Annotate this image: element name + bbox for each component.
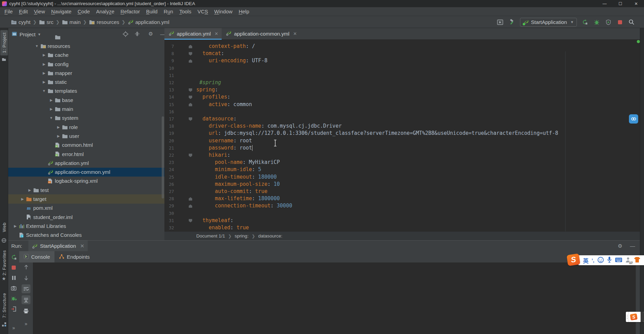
- fold-marker-icon[interactable]: [189, 154, 192, 157]
- code-editor[interactable]: 7 context-path: /8 tomcat:9 uri-encoding…: [164, 40, 640, 231]
- code-line-31[interactable]: 31 thymeleaf:: [164, 217, 640, 224]
- rerun-icon[interactable]: [582, 19, 589, 26]
- run-tab-endpoints[interactable]: Endpoints: [54, 251, 94, 262]
- tree-item-Scratches and Consoles[interactable]: Scratches and Consoles: [8, 231, 164, 240]
- sidebar-item-project[interactable]: 1: Project: [0, 30, 8, 55]
- tree-collapse-arrow-icon[interactable]: ▶: [40, 80, 48, 84]
- menu-navigate[interactable]: Navigate: [48, 9, 74, 14]
- bookmark-icon[interactable]: [2, 57, 6, 63]
- code-line-12[interactable]: 12 #spring: [164, 79, 640, 86]
- star-icon[interactable]: ★: [2, 276, 6, 281]
- tree-item-system[interactable]: ▼system: [8, 114, 164, 123]
- breadcrumb-item-application.yml[interactable]: application.yml: [128, 19, 169, 25]
- code-line-24[interactable]: 24 minimum-idle: 5: [164, 166, 640, 173]
- tree-collapse-arrow-icon[interactable]: ▶: [40, 71, 48, 75]
- drag-handle[interactable]: [626, 312, 629, 322]
- tree-item-base[interactable]: ▶base: [8, 95, 164, 104]
- ime-lang-indicator[interactable]: 英: [583, 256, 589, 265]
- hide-icon[interactable]: —: [630, 243, 635, 249]
- skin-icon[interactable]: [634, 257, 641, 264]
- tree-collapse-arrow-icon[interactable]: ▶: [55, 134, 62, 138]
- code-line-32[interactable]: 32 enabled: true: [164, 224, 640, 231]
- tree-item-test[interactable]: ▶test: [8, 185, 164, 194]
- tree-item-External Libraries[interactable]: ▶External Libraries: [8, 221, 164, 230]
- ime-mini-bar[interactable]: S: [626, 312, 644, 322]
- code-line-28[interactable]: 28 max-lifetime: 1800000: [164, 195, 640, 202]
- close-icon[interactable]: ✕: [214, 31, 218, 36]
- menu-refactor[interactable]: Refactor: [117, 9, 143, 14]
- tree-item-main[interactable]: ▶main: [8, 104, 164, 113]
- menu-build[interactable]: Build: [143, 9, 160, 14]
- minimize-button[interactable]: —: [597, 0, 612, 7]
- code-line-9[interactable]: 9 uri-encoding: UTF-8: [164, 57, 640, 64]
- tree-item-error.html[interactable]: Herror.html: [8, 150, 164, 158]
- fold-marker-icon[interactable]: [189, 204, 192, 208]
- scroll-to-end-icon[interactable]: [22, 295, 30, 304]
- tree-collapse-arrow-icon[interactable]: ▶: [26, 188, 33, 192]
- tree-expand-arrow-icon[interactable]: ▼: [40, 89, 48, 93]
- menu-vcs[interactable]: VCS: [194, 9, 211, 14]
- fold-marker-icon[interactable]: [189, 88, 192, 92]
- stop-icon[interactable]: [617, 19, 623, 26]
- code-line-13[interactable]: 13spring:: [164, 86, 640, 93]
- run-config-tab[interactable]: StartApplication ✕: [28, 241, 88, 251]
- code-line-10[interactable]: 10: [164, 65, 640, 72]
- tree-item-role[interactable]: ▶role: [8, 123, 164, 131]
- tree-item-pom.xml[interactable]: mpom.xml: [8, 204, 164, 213]
- code-line-21[interactable]: 21 password: root: [164, 144, 640, 152]
- exit-icon[interactable]: [9, 305, 18, 313]
- sidebar-item-favorites[interactable]: 2: Favorites: [2, 250, 7, 275]
- tree-item-resources[interactable]: ▼resources: [8, 41, 164, 50]
- menu-edit[interactable]: Edit: [16, 9, 31, 14]
- fold-marker-icon[interactable]: [189, 219, 192, 222]
- coverage-icon[interactable]: [605, 19, 612, 26]
- run-configuration-select[interactable]: StartApplication▼: [520, 18, 577, 27]
- tree-collapse-arrow-icon[interactable]: ▶: [48, 107, 55, 111]
- tree-collapse-arrow-icon[interactable]: ▶: [40, 53, 48, 57]
- fold-marker-icon[interactable]: [189, 103, 192, 106]
- console-output[interactable]: [33, 262, 636, 334]
- down-arrow-icon[interactable]: [22, 273, 30, 282]
- tree-item-config[interactable]: ▶config: [8, 60, 164, 68]
- tree-collapse-arrow-icon[interactable]: ▶: [48, 98, 55, 102]
- up-arrow-icon[interactable]: [22, 262, 30, 271]
- code-line-27[interactable]: 27 auto-commit: true: [164, 188, 640, 195]
- sidebar-item-structure[interactable]: 7: Structure: [2, 293, 7, 318]
- code-line-7[interactable]: 7 context-path: /: [164, 43, 640, 50]
- more-icon[interactable]: »: [9, 324, 18, 332]
- tree-collapse-arrow-icon[interactable]: ▶: [55, 125, 62, 129]
- editor-breadcrumb-item[interactable]: datasource:: [258, 233, 283, 239]
- more-icon[interactable]: »: [22, 319, 30, 328]
- restart-debug-icon[interactable]: [9, 295, 18, 303]
- sogou-logo[interactable]: S: [630, 313, 637, 321]
- fold-marker-icon[interactable]: [189, 52, 192, 55]
- code-line-22[interactable]: 22 hikari:: [164, 152, 640, 159]
- close-icon[interactable]: ✕: [80, 243, 85, 249]
- editor-breadcrumb-item[interactable]: spring:: [235, 233, 249, 239]
- tree-item-cache[interactable]: ▶cache: [8, 51, 164, 60]
- tool-window-icon[interactable]: [497, 19, 504, 26]
- editor-tab-application-common.yml[interactable]: application-common.yml✕: [222, 28, 300, 39]
- search-icon[interactable]: [628, 19, 635, 26]
- code-line-14[interactable]: 14 profiles:: [164, 93, 640, 101]
- editor-tab-application.yml[interactable]: application.yml✕: [164, 28, 222, 39]
- fold-marker-icon[interactable]: [189, 45, 192, 48]
- close-icon[interactable]: ✕: [293, 31, 297, 36]
- fold-marker-icon[interactable]: [189, 117, 192, 121]
- tree-item-application.yml[interactable]: application.yml: [8, 158, 164, 167]
- editor-breadcrumb-item[interactable]: Document 1/1: [196, 233, 225, 239]
- tree-item-student_order.iml[interactable]: student_order.iml: [8, 213, 164, 221]
- tree-item-templates[interactable]: ▼templates: [8, 87, 164, 95]
- tree-item-common.html[interactable]: Hcommon.html: [8, 141, 164, 150]
- tree-item-logback-spring.xml[interactable]: <>logback-spring.xml: [8, 177, 164, 185]
- structure-icon[interactable]: [2, 322, 6, 327]
- breadcrumb-item-main[interactable]: main: [62, 19, 81, 25]
- menu-help[interactable]: Help: [236, 9, 252, 14]
- code-line-26[interactable]: 26 maximum-pool-size: 10: [164, 181, 640, 188]
- close-button[interactable]: ✕: [628, 0, 644, 7]
- tree-item-target[interactable]: ▶target: [8, 194, 164, 203]
- code-line-11[interactable]: 11: [164, 72, 640, 79]
- run-tab-console[interactable]: Console: [19, 251, 54, 262]
- code-line-25[interactable]: 25 idle-timeout: 180000: [164, 174, 640, 181]
- menu-code[interactable]: Code: [75, 9, 93, 14]
